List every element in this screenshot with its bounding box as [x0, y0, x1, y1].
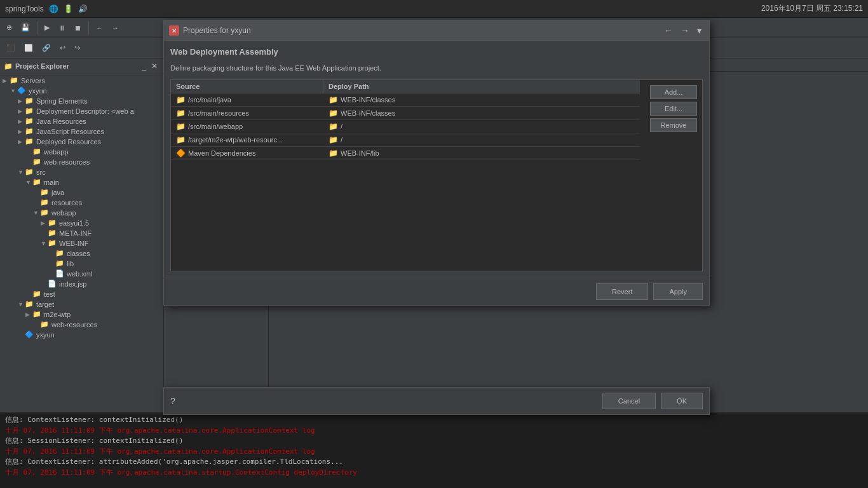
- run-btn[interactable]: ▶: [41, 20, 53, 36]
- project-explorer-title: Project Explorer: [15, 62, 69, 70]
- table-row[interactable]: 📁/src/main/webapp📁/: [171, 120, 640, 133]
- tree-node-label: JavaScript Resources: [36, 128, 104, 135]
- undo-btn[interactable]: ↩: [56, 41, 69, 56]
- deploy-value: WEB-INF/classes: [341, 109, 395, 117]
- tree-item[interactable]: ▼📁WEB-INF: [0, 238, 163, 248]
- tree-item[interactable]: ▶📁m2e-wtp: [0, 309, 163, 320]
- source-value: Maven Dependencies: [188, 149, 255, 157]
- remove-button[interactable]: Remove: [650, 118, 697, 132]
- tree-item[interactable]: 📁classes: [0, 248, 163, 259]
- tree-node-label: classes: [67, 250, 90, 257]
- console-line: 十月 07, 2016 11:11:09 下午 org.apache.catal…: [5, 468, 863, 478]
- dialog-close-btn[interactable]: ✕: [169, 25, 179, 36]
- collapse-btn[interactable]: ⬛: [3, 41, 19, 56]
- tree-node-icon: 🔷: [17, 86, 27, 95]
- redo-btn[interactable]: ↪: [71, 41, 84, 56]
- forward-btn[interactable]: →: [108, 20, 123, 36]
- tree-item[interactable]: 📄web.xml: [0, 269, 163, 279]
- tree-node-icon: 🔷: [24, 330, 34, 339]
- assembly-table-body: 📁/src/main/java📁WEB-INF/classes📁/src/mai…: [171, 93, 640, 160]
- expand-btn[interactable]: ⬜: [20, 41, 37, 56]
- tree-node-label: web-resources: [51, 321, 97, 329]
- help-icon[interactable]: ?: [170, 396, 175, 406]
- tree-item[interactable]: 📁META-INF: [0, 228, 163, 238]
- table-row[interactable]: 📁/src/main/java📁WEB-INF/classes: [171, 93, 640, 107]
- table-action-buttons: Add... Edit... Remove: [645, 80, 702, 271]
- dialog-body: Web Deployment Assembly Define packaging…: [164, 41, 709, 278]
- tree-arrow: ▶: [41, 220, 47, 226]
- tree-node-label: yxyun: [29, 87, 47, 95]
- new-btn[interactable]: ⊕: [3, 20, 16, 36]
- dialog-nav-forward[interactable]: →: [678, 24, 692, 37]
- tree-item[interactable]: ▶📁JavaScript Resources: [0, 126, 163, 137]
- ok-button[interactable]: OK: [661, 393, 703, 409]
- tree-node-label: webapp: [51, 209, 76, 217]
- project-explorer-header: 📁 Project Explorer _ ✕: [0, 58, 163, 74]
- add-button[interactable]: Add...: [650, 85, 697, 99]
- stop-btn[interactable]: ⏹: [71, 20, 85, 36]
- tree-node-icon: 📁: [24, 137, 34, 146]
- tree-node-label: index.jsp: [59, 280, 86, 288]
- tree-item[interactable]: ▶📁Spring Elements: [0, 96, 163, 106]
- source-cell: 🔶Maven Dependencies: [171, 147, 323, 159]
- tree-item[interactable]: 📁web-resources: [0, 320, 163, 330]
- tree-item[interactable]: ▶📁Java Resources: [0, 116, 163, 126]
- tree-item[interactable]: ▶📁Deployment Descriptor: <web a: [0, 106, 163, 116]
- tree-item[interactable]: 🔷yxyun: [0, 330, 163, 340]
- tree-item[interactable]: ▼📁target: [0, 299, 163, 309]
- dialog-nav-dropdown[interactable]: ▾: [695, 24, 704, 37]
- edit-button[interactable]: Edit...: [650, 102, 697, 116]
- project-explorer-title-bar: 📁 Project Explorer: [4, 62, 69, 71]
- deploy-value: WEB-INF/classes: [341, 96, 395, 104]
- tree-node-icon: 📁: [47, 239, 57, 248]
- tree-indent: [3, 219, 41, 227]
- tree-node-icon: 📁: [32, 147, 42, 156]
- tree-node-icon: 📁: [55, 259, 65, 268]
- dialog-nav-back[interactable]: ←: [661, 24, 675, 37]
- tree-item[interactable]: 📁test: [0, 289, 163, 299]
- tree-item[interactable]: ▼🔷yxyun: [0, 86, 163, 96]
- tree-item[interactable]: ▼📁webapp: [0, 208, 163, 218]
- tree-node-icon: 📁: [24, 127, 34, 136]
- panel-close-btn[interactable]: ✕: [149, 61, 159, 71]
- revert-button[interactable]: Revert: [596, 283, 648, 300]
- console-panel: 信息: ContextListener: contextInitialized(…: [0, 412, 868, 488]
- tree-item[interactable]: 📁web-resources: [0, 157, 163, 167]
- apply-button[interactable]: Apply: [653, 283, 703, 300]
- deploy-value: /: [341, 136, 342, 144]
- tree-item[interactable]: 📁lib: [0, 259, 163, 269]
- system-bar: springTools 🌐 🔋 🔊 2016年10月7日 周五 23:15:21: [0, 0, 868, 18]
- tree-node-icon: 📁: [32, 158, 42, 166]
- tree-item[interactable]: 📁java: [0, 187, 163, 198]
- save-btn[interactable]: 💾: [17, 20, 34, 36]
- tree-indent: [3, 270, 48, 278]
- link-btn[interactable]: 🔗: [38, 41, 55, 56]
- tree-item[interactable]: ▼📁main: [0, 177, 163, 187]
- tree-item[interactable]: ▶📁Servers: [0, 76, 163, 86]
- table-row[interactable]: 📁/src/main/resources📁WEB-INF/classes: [171, 107, 640, 120]
- tree-node-label: web.xml: [67, 270, 92, 278]
- tree-item[interactable]: 📄index.jsp: [0, 279, 163, 289]
- tree-item[interactable]: 📁resources: [0, 198, 163, 208]
- tree-indent: [3, 168, 18, 176]
- panel-minimize-btn[interactable]: _: [140, 61, 148, 71]
- tree-item[interactable]: 📁webapp: [0, 147, 163, 157]
- tree-item[interactable]: ▼📁src: [0, 167, 163, 177]
- bottom-dialog[interactable]: ? Cancel OK: [163, 387, 710, 415]
- network-icon: 🌐: [49, 4, 58, 13]
- back-btn[interactable]: ←: [92, 20, 107, 36]
- deploy-cell: 📁/: [323, 133, 640, 146]
- deploy-cell: 📁WEB-INF/classes: [323, 93, 640, 106]
- volume-icon: 🔊: [78, 4, 88, 13]
- assembly-table-container: Source Deploy Path 📁/src/main/java📁WEB-I…: [170, 79, 703, 271]
- tree-node-label: META-INF: [59, 229, 92, 237]
- properties-dialog[interactable]: ✕ Properties for yxyun ← → ▾ Web Deploym…: [163, 20, 710, 306]
- table-row[interactable]: 🔶Maven Dependencies📁WEB-INF/lib: [171, 147, 640, 160]
- tree-item[interactable]: ▶📁easyui1.5: [0, 218, 163, 228]
- cancel-button[interactable]: Cancel: [602, 393, 656, 409]
- dialog-footer-right: Revert Apply: [596, 283, 703, 300]
- tree-item[interactable]: ▶📁Deployed Resources: [0, 137, 163, 147]
- pause-btn[interactable]: ⏸: [55, 20, 69, 36]
- tree-node-icon: 📁: [24, 168, 34, 177]
- table-row[interactable]: 📁/target/m2e-wtp/web-resourc...📁/: [171, 133, 640, 147]
